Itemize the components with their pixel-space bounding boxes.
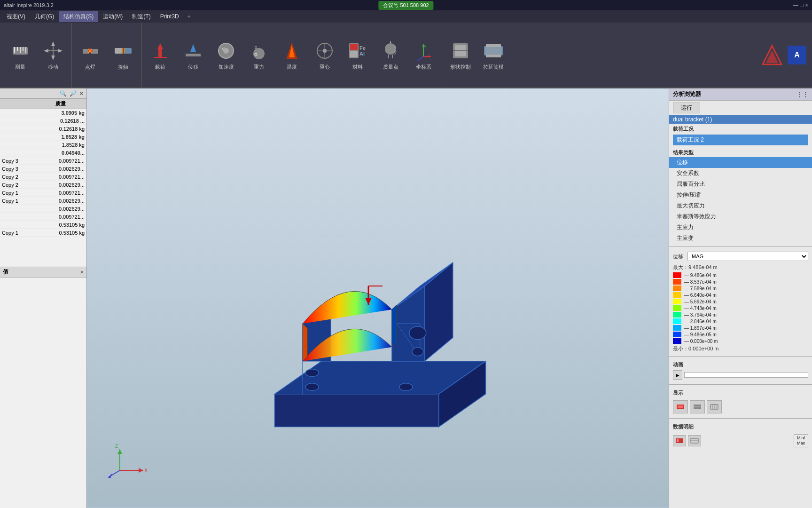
panel-close-icon[interactable]: × [79,90,83,97]
table-row[interactable]: 0.002629... [0,205,86,213]
row-name [0,109,35,117]
menu-motion[interactable]: 运动(M) [98,11,127,22]
row-name: Copy 1 [0,229,35,237]
result-type-item[interactable]: 主应力 [669,222,812,233]
analysis-browser-title: 分析浏览器 [673,90,701,98]
model-tree-item[interactable]: dual bracket (1) [669,115,812,124]
tool-acceleration[interactable]: ω 加速度 [210,27,242,83]
tool-temperature[interactable]: 温度 [275,27,308,83]
load-case-label: 载荷工况 [669,124,812,134]
tool-center-label: 重心 [320,64,330,70]
tool-accel-label: 加速度 [219,64,234,70]
bottom-panel-close[interactable]: × [80,269,84,276]
menu-simulation[interactable]: 结构仿真(S) [59,11,98,22]
table-row[interactable]: Copy 30.002629... [0,165,86,173]
row-value: 0.002629... [35,165,86,173]
panel-search-icon[interactable]: 🔍 [60,90,67,97]
tool-gravity[interactable]: g G 重力 [242,27,275,83]
close-button[interactable]: — □ × [793,2,808,8]
tool-weld[interactable]: 点焊 [74,27,107,83]
menu-manufacturing[interactable]: 制造(T) [127,11,155,22]
bead-icon [482,40,505,62]
table-row[interactable]: 0.53105 kg [0,221,86,229]
tool-mass-point[interactable]: x y 质量点 [374,27,407,83]
svg-point-75 [409,326,426,340]
table-row[interactable]: 0.009721... [0,213,86,221]
divider1 [669,246,812,247]
animation-section: 动画 ▶ [669,359,812,381]
tool-bead[interactable]: 拉延筋模 [477,27,510,83]
tool-load[interactable]: 载荷 [144,27,177,83]
legend-row: — 1.897e-04 m [669,325,812,331]
displacement-icon [182,40,204,62]
table-row[interactable]: Copy 20.009721... [0,173,86,181]
table-row[interactable]: Copy 10.53105 kg [0,229,86,237]
legend-row: — 9.486e-04 m [669,272,812,278]
legend-value-text: — 9.486e-04 m [684,273,717,278]
material-icon: Fe Al [346,40,369,62]
table-row[interactable]: Copy 10.009721... [0,189,86,197]
tool-displacement[interactable]: 位移 [177,27,210,83]
svg-rect-94 [678,405,683,408]
display-icon-2[interactable] [690,400,705,413]
min-max-button[interactable]: Min/Max [794,434,808,447]
tool-measure-label: 测量 [15,64,25,70]
result-type-item[interactable]: 安全系数 [669,168,812,179]
result-type-item[interactable]: 米塞斯等效应力 [669,211,812,222]
3d-model-view[interactable] [87,88,669,508]
run-button[interactable]: 运行 [673,103,700,113]
menu-print3d[interactable]: Print3D [156,12,184,21]
display-icon-3[interactable] [707,400,722,413]
divider2 [669,356,812,357]
table-row[interactable]: Copy 20.002629... [0,181,86,189]
move-icon [42,40,64,62]
tool-shape-control[interactable]: 形状控制 [444,27,477,83]
table-row[interactable]: 0.12618 ... [0,117,86,125]
animation-bar[interactable] [684,372,808,378]
result-type-item[interactable]: 位移 [669,157,812,168]
legend-value-text: — 2.846e-04 m [684,319,717,324]
data-icon-1[interactable] [673,435,686,446]
table-row[interactable]: 1.8528 kg [0,133,86,141]
tool-center[interactable]: 重心 [308,27,341,83]
main-viewport[interactable]: X Z [87,88,669,508]
table-row[interactable]: Copy 10.002629... [0,197,86,205]
legend-row: — 7.589e-04 m [669,285,812,292]
table-row[interactable]: 3.0905 kg [0,109,86,117]
tool-material[interactable]: Fe Al 材料 [341,27,374,83]
load-case-item[interactable]: 载荷工况 2 [673,135,808,145]
temp-icon [281,40,303,62]
result-type-item[interactable]: 最大切应力 [669,200,812,211]
animation-controls: ▶ [673,370,808,380]
tool-move[interactable]: 移动 [37,27,70,83]
panel-search2-icon[interactable]: 🔎 [70,90,77,97]
row-value: 1.8528 kg [35,133,86,141]
result-type-item[interactable]: 屈服百分比 [669,179,812,190]
table-row[interactable]: 1.8528 kg [0,141,86,149]
tool-measure[interactable]: 测量 [4,27,37,83]
display-icon-1[interactable] [673,400,688,413]
tool-coord[interactable]: x y 坐标系 [407,27,440,83]
displacement-label: 位移: [673,253,685,260]
result-type-item[interactable]: 拉伸/压缩 [669,190,812,200]
svg-text:x: x [394,44,397,49]
mass-icon: x y [379,40,402,62]
secondary-logo: A [788,46,806,64]
table-row[interactable]: 0.04940... [0,149,86,157]
menu-geometry[interactable]: 几何(G) [30,11,59,22]
table-row[interactable]: 0.12618 kg [0,125,86,133]
legend-row: — 9.486e-05 m [669,331,812,338]
data-icon-2[interactable] [688,435,701,446]
menu-view[interactable]: 视图(V) [2,11,30,22]
tool-temp-label: 温度 [287,64,297,70]
add-tab-button[interactable]: + [184,12,195,21]
panel-options-icon[interactable]: ⋮⋮ [796,91,808,98]
run-button-area: 运行 [669,101,812,115]
result-type-item[interactable]: 主应变 [669,233,812,244]
table-row[interactable]: Copy 30.009721... [0,157,86,165]
toolbar: 测量 移动 [0,23,812,88]
tool-contact[interactable]: 接触 [107,27,140,83]
displacement-mode-select[interactable]: MAG X Y Z [687,252,808,261]
play-button[interactable]: ▶ [673,370,682,380]
max-value-label: 最大：9.486e-04 m [669,263,812,272]
